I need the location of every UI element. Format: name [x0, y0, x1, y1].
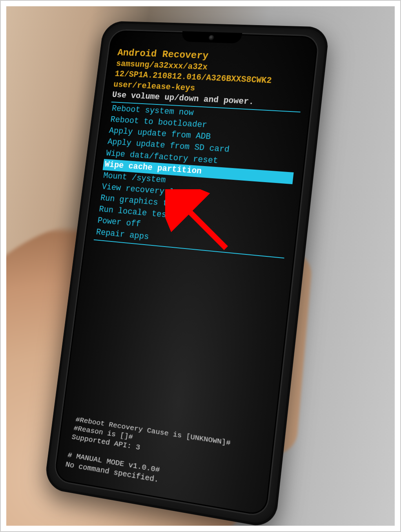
photo-background: Android Recovery samsung/a32xxx/a32x 12/…	[6, 6, 395, 526]
phone: Android Recovery samsung/a32xxx/a32x 12/…	[53, 29, 320, 518]
image-frame: Android Recovery samsung/a32xxx/a32x 12/…	[0, 0, 401, 532]
recovery-menu: Reboot system nowReboot to bootloaderApp…	[94, 103, 301, 256]
